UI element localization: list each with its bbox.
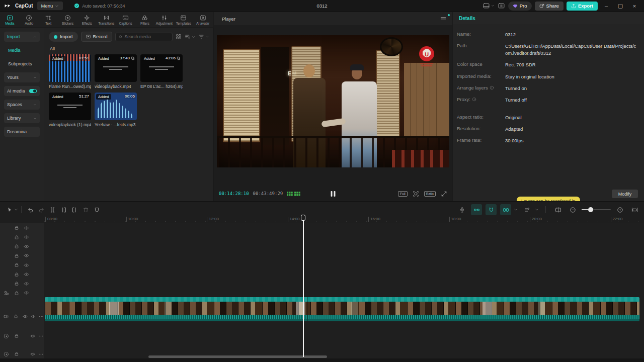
mask-button[interactable] (91, 204, 102, 215)
filter-button[interactable] (198, 34, 209, 40)
close-button[interactable]: × (629, 1, 640, 11)
more-icon[interactable] (38, 333, 44, 339)
lock-icon[interactable] (14, 272, 19, 277)
lock-icon[interactable] (14, 253, 19, 258)
sidebar-item-yours[interactable]: Yours (4, 72, 40, 82)
zoom-out-button[interactable] (567, 204, 578, 215)
layout-b-button[interactable] (498, 3, 505, 9)
tab-ai-avatar[interactable]: AI avatar (193, 12, 212, 28)
media-item[interactable]: Added01:51Flame Run...owed).mp3 (49, 54, 91, 89)
trim-right-button[interactable] (69, 204, 80, 215)
sticker-icon[interactable] (4, 290, 9, 296)
pro-button[interactable]: Pro (508, 2, 532, 11)
effect-icon[interactable] (4, 262, 9, 268)
lock-icon[interactable] (14, 351, 19, 356)
zoom-in-button[interactable] (614, 204, 625, 215)
tab-media[interactable]: Media (0, 12, 19, 28)
filter-all-label[interactable]: All (45, 42, 213, 54)
focus-icon[interactable] (413, 191, 419, 197)
effect-icon[interactable] (4, 244, 9, 249)
lock-icon[interactable] (14, 262, 19, 267)
record-button[interactable]: Record (81, 32, 112, 42)
media-item[interactable]: Added51:27videoplayback (1).mp4 (49, 93, 91, 127)
player-menu-button[interactable] (439, 15, 447, 22)
audio-icon[interactable] (4, 351, 9, 357)
pause-button[interactable] (331, 190, 336, 197)
eye-icon[interactable] (24, 272, 29, 277)
effect-icon[interactable] (4, 225, 9, 231)
eye-icon[interactable] (24, 281, 29, 287)
fit-timeline-button[interactable] (629, 204, 640, 215)
sidebar-item-ai-media[interactable]: AI media (4, 86, 40, 96)
trim-left-button[interactable] (58, 204, 69, 215)
playhead[interactable] (303, 215, 304, 357)
timeline-lanes[interactable] (44, 223, 644, 358)
lock-icon[interactable] (14, 291, 19, 296)
menu-button[interactable]: Menu (37, 2, 63, 10)
video-icon[interactable] (4, 314, 9, 319)
media-item[interactable]: Added43:06EP 08 L'ac... h264).mp4 (140, 54, 183, 89)
preview-axis-button[interactable] (552, 204, 564, 215)
modify-button[interactable]: Modify (612, 190, 638, 198)
minimize-button[interactable]: – (601, 1, 612, 11)
tab-effects[interactable]: Effects (77, 12, 97, 28)
sidebar-item-dreamina[interactable]: Dreamina (4, 127, 40, 137)
delete-button[interactable] (80, 204, 91, 215)
maximize-button[interactable]: ▢ (615, 1, 626, 11)
eye-icon[interactable] (24, 234, 29, 240)
video-clip[interactable] (45, 297, 639, 321)
share-button[interactable]: Share (535, 2, 564, 11)
media-item[interactable]: Added37:40videoplayback.mp4 (95, 54, 137, 89)
redo-button[interactable] (36, 204, 47, 215)
sidebar-item-media[interactable]: Media (4, 45, 40, 55)
timeline-ruler[interactable]: 08:0010:0012:0014:0016:0018:0020:0022:00 (44, 216, 644, 223)
eye-icon[interactable] (24, 290, 29, 296)
effect-icon[interactable] (4, 253, 9, 258)
voiceover-button[interactable] (456, 204, 467, 215)
zoom-slider-knob[interactable] (588, 207, 593, 212)
eye-icon[interactable] (24, 244, 29, 249)
snap-toggle-button[interactable] (500, 204, 511, 215)
more-icon[interactable] (38, 351, 44, 357)
playhead-handle[interactable] (301, 215, 305, 221)
horizontal-scrollbar[interactable] (148, 355, 327, 358)
lock-icon[interactable] (14, 281, 19, 286)
sidebar-item-subprojects[interactable]: Subprojects (4, 59, 40, 69)
export-button[interactable]: Export (567, 2, 598, 11)
tab-stickers[interactable]: Stickers (58, 12, 77, 28)
undo-button[interactable] (25, 204, 36, 215)
layout-a-button[interactable] (482, 3, 495, 9)
effect-icon[interactable] (4, 281, 9, 287)
grid-view-button[interactable] (176, 34, 182, 40)
full-button[interactable]: Full (398, 191, 407, 197)
audio-icon[interactable] (4, 333, 9, 339)
split-button[interactable] (47, 204, 58, 215)
eye-icon[interactable] (24, 253, 29, 258)
tab-filters[interactable]: Filters (135, 12, 154, 28)
video-preview[interactable]: EM ∪ (217, 35, 449, 167)
lock-icon[interactable] (14, 244, 19, 249)
eye-icon[interactable] (24, 225, 29, 231)
tab-adjustment[interactable]: Adjustment (154, 12, 174, 28)
tab-audio[interactable]: Audio (19, 12, 38, 28)
lock-icon[interactable] (14, 225, 19, 230)
select-tool-button[interactable] (4, 204, 15, 215)
ratio-button[interactable]: Ratio (424, 191, 436, 197)
search-input[interactable] (124, 34, 169, 39)
speaker-muted-icon[interactable] (30, 333, 36, 339)
more-icon[interactable] (39, 314, 44, 319)
sidebar-item-import[interactable]: Import (4, 32, 40, 42)
effect-icon[interactable] (4, 234, 9, 240)
track-options-button[interactable] (521, 204, 532, 215)
tab-text[interactable]: Text (39, 12, 58, 28)
media-item[interactable]: Added00:06Yeehaw - ...fects.mp3 (95, 93, 137, 127)
eye-icon[interactable] (24, 262, 29, 268)
link-toggle-button[interactable] (471, 204, 482, 215)
tab-transitions[interactable]: Transitions (97, 12, 116, 28)
lock-icon[interactable] (14, 314, 18, 319)
zoom-slider[interactable] (582, 209, 611, 210)
lock-icon[interactable] (14, 333, 19, 338)
lock-icon[interactable] (14, 235, 19, 240)
tab-templates[interactable]: Templates (174, 12, 193, 28)
import-button[interactable]: Import (49, 32, 78, 42)
